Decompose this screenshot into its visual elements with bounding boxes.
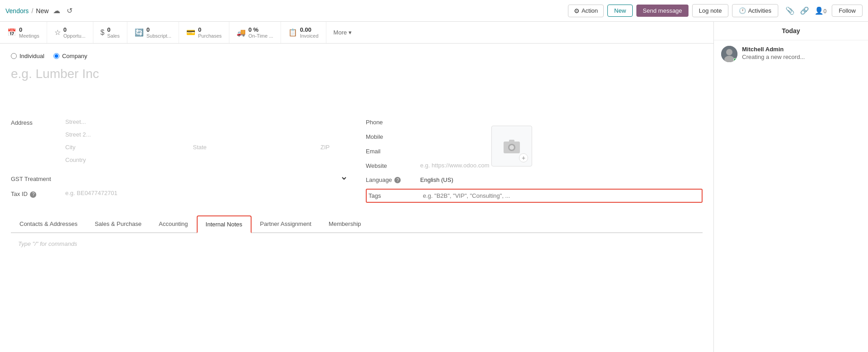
tab-content-internal-notes: Type "/" for commands [11, 233, 703, 279]
top-bar-right: 📎 🔗 👤0 Follow [786, 5, 863, 17]
breadcrumb-separator: / [31, 7, 33, 15]
chat-message: Mitchell Admin Creating a new record... [714, 40, 868, 68]
radio-company[interactable]: Company [53, 53, 87, 59]
breadcrumb: Vendors / New ☁ ↺ [5, 5, 568, 17]
today-label: Today [714, 22, 868, 40]
phone-label: Phone [366, 119, 420, 126]
tab-placeholder[interactable]: Type "/" for commands [18, 240, 695, 247]
user-count[interactable]: 👤0 [815, 6, 827, 15]
online-indicator [733, 58, 737, 62]
truck-icon: 🚚 [237, 28, 246, 37]
state-input[interactable] [193, 142, 317, 153]
stat-ontime[interactable]: 🚚 0 % On-Time ... [229, 22, 281, 43]
gst-input [65, 173, 348, 184]
dollar-icon: $ [101, 29, 105, 37]
country-input[interactable] [65, 155, 348, 166]
gst-field: GST Treatment [11, 173, 348, 184]
tax-id-field: Tax ID ? [11, 188, 348, 199]
language-field: Language ? English (US) [366, 175, 703, 185]
tags-field: Tags [366, 189, 703, 203]
phone-input[interactable] [420, 117, 703, 127]
stat-meetings[interactable]: 📅 0 Meetings [0, 22, 47, 43]
top-bar: Vendors / New ☁ ↺ ⚙ Action New Send mess… [0, 0, 868, 22]
fields-section: Address [11, 117, 703, 206]
save-cloud-icon[interactable]: ☁ [51, 5, 62, 17]
tabs-bar: Contacts & Addresses Sales & Purchase Ac… [11, 215, 703, 233]
radio-individual-input[interactable] [11, 53, 17, 59]
fields-right: Phone Mobile Email Webs [366, 117, 703, 206]
log-note-button[interactable]: Log note [692, 4, 729, 17]
tab-contacts-addresses[interactable]: Contacts & Addresses [11, 215, 86, 233]
gst-select[interactable] [65, 173, 348, 184]
stat-purchases[interactable]: 💳 0 Purchases [179, 22, 229, 43]
fields-left: Address [11, 117, 348, 206]
tags-label: Tags [369, 192, 423, 199]
gst-label: GST Treatment [11, 173, 65, 182]
mobile-input[interactable] [420, 131, 703, 142]
city-input[interactable] [65, 142, 189, 153]
main-layout: 📅 0 Meetings ☆ 0 Opportu... $ 0 Sales [0, 22, 868, 352]
activities-button[interactable]: 🕐 Activities [732, 4, 778, 17]
radio-individual[interactable]: Individual [11, 53, 44, 59]
mobile-label: Mobile [366, 133, 420, 140]
more-button[interactable]: More ▾ [326, 24, 359, 40]
email-input[interactable] [420, 146, 703, 156]
star-icon: ☆ [54, 28, 61, 37]
website-field: Website [366, 160, 703, 171]
message-author: Mitchell Admin [742, 46, 861, 53]
message-content: Mitchell Admin Creating a new record... [742, 46, 861, 62]
breadcrumb-parent[interactable]: Vendors [5, 7, 29, 15]
language-label: Language ? [366, 176, 420, 184]
email-label: Email [366, 148, 420, 155]
stat-invoiced[interactable]: 📋 0.00 Invoiced [281, 22, 326, 43]
language-help-icon[interactable]: ? [394, 177, 401, 183]
discard-icon[interactable]: ↺ [65, 5, 74, 17]
tab-membership[interactable]: Membership [320, 215, 370, 233]
stat-subscriptions[interactable]: 🔄 0 Subscript... [127, 22, 179, 43]
action-button[interactable]: ⚙ Action [568, 5, 604, 17]
address-field: Address [11, 117, 348, 166]
paperclip-icon[interactable]: 📎 [786, 6, 795, 15]
tax-id-label: Tax ID ? [11, 188, 65, 198]
attachment-icon[interactable]: 🔗 [800, 6, 809, 15]
contact-type-group: Individual Company [11, 53, 703, 59]
tab-partner-assignment[interactable]: Partner Assignment [252, 215, 320, 233]
street-input[interactable] [65, 117, 348, 127]
tags-input[interactable] [423, 191, 700, 201]
chevron-down-icon: ▾ [349, 29, 352, 36]
address-label: Address [11, 117, 65, 126]
top-bar-actions: ⚙ Action New Send message Log note 🕐 Act… [568, 4, 863, 17]
tab-internal-notes[interactable]: Internal Notes [197, 215, 252, 233]
email-field: Email [366, 146, 703, 156]
message-text: Creating a new record... [742, 54, 861, 60]
stats-bar: 📅 0 Meetings ☆ 0 Opportu... $ 0 Sales [0, 22, 713, 44]
tax-id-input[interactable] [65, 188, 348, 199]
stat-sales[interactable]: $ 0 Sales [93, 22, 127, 43]
address-inputs [65, 117, 348, 166]
gear-icon: ⚙ [574, 7, 580, 15]
credit-card-icon: 💳 [186, 28, 195, 37]
tax-id-help-icon[interactable]: ? [30, 191, 36, 198]
avatar [721, 46, 737, 62]
radio-company-input[interactable] [53, 53, 59, 59]
form-body: Individual Company + [0, 44, 713, 288]
phone-field: Phone [366, 117, 703, 127]
right-panel: Today Mitchell Admin Creating a new reco… [714, 22, 868, 352]
send-message-button[interactable]: Send message [636, 5, 689, 17]
tab-accounting[interactable]: Accounting [150, 215, 196, 233]
language-value[interactable]: English (US) [420, 175, 453, 185]
svg-point-5 [726, 49, 732, 55]
new-button[interactable]: New [607, 5, 633, 17]
stat-opportunities[interactable]: ☆ 0 Opportu... [47, 22, 93, 43]
street2-input[interactable] [65, 129, 348, 140]
meetings-icon: 📅 [7, 28, 16, 37]
follow-button[interactable]: Follow [832, 5, 863, 17]
refresh-icon: 🔄 [135, 28, 144, 37]
company-name-input[interactable] [11, 67, 495, 81]
tabs-section: Contacts & Addresses Sales & Purchase Ac… [11, 215, 703, 279]
tab-sales-purchase[interactable]: Sales & Purchase [86, 215, 150, 233]
website-label: Website [366, 162, 420, 169]
website-input[interactable] [420, 160, 703, 171]
mobile-field: Mobile [366, 131, 703, 142]
zip-input[interactable] [320, 142, 348, 153]
